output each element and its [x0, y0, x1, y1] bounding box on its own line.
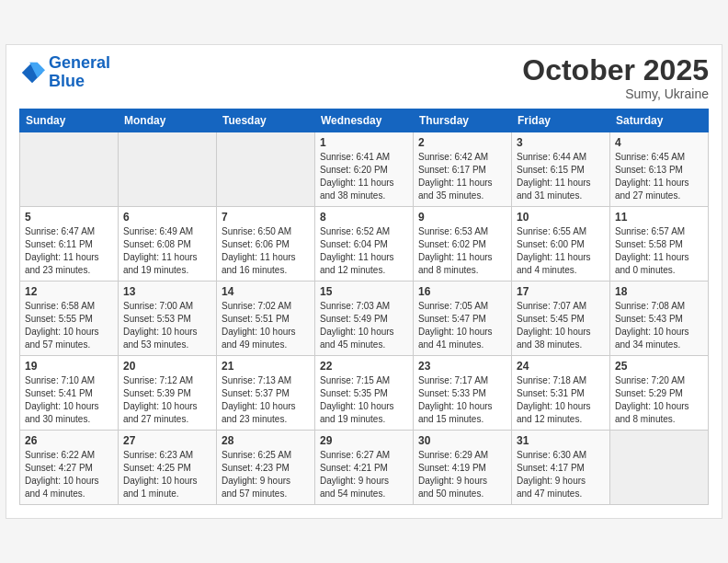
logo-text: General Blue [49, 54, 110, 91]
day-number: 7 [222, 211, 310, 224]
day-info: Sunrise: 7:08 AM Sunset: 5:43 PM Dayligh… [615, 300, 703, 351]
day-info: Sunrise: 7:13 AM Sunset: 5:37 PM Dayligh… [222, 374, 310, 426]
day-number: 21 [222, 360, 310, 373]
day-info: Sunrise: 6:49 AM Sunset: 6:08 PM Dayligh… [123, 225, 211, 277]
day-number: 20 [123, 360, 211, 373]
day-cell: 24Sunrise: 7:18 AM Sunset: 5:31 PM Dayli… [512, 356, 610, 431]
day-header-monday: Monday [119, 109, 217, 132]
day-cell: 12Sunrise: 6:58 AM Sunset: 5:55 PM Dayli… [20, 282, 119, 356]
week-row-4: 26Sunrise: 6:22 AM Sunset: 4:27 PM Dayli… [20, 431, 709, 505]
title-block: October 2025 Sumy, Ukraine [522, 54, 709, 101]
day-info: Sunrise: 6:50 AM Sunset: 6:06 PM Dayligh… [222, 225, 310, 277]
day-cell: 25Sunrise: 7:20 AM Sunset: 5:29 PM Dayli… [610, 356, 709, 431]
day-info: Sunrise: 7:05 AM Sunset: 5:47 PM Dayligh… [418, 300, 506, 351]
week-row-0: 1Sunrise: 6:41 AM Sunset: 6:20 PM Daylig… [20, 132, 709, 207]
calendar-grid: SundayMondayTuesdayWednesdayThursdayFrid… [19, 109, 709, 505]
logo-line2: Blue [49, 72, 85, 90]
day-number: 25 [615, 360, 703, 373]
day-header-saturday: Saturday [610, 109, 709, 132]
day-number: 8 [320, 211, 408, 224]
day-cell [217, 132, 315, 207]
day-number: 24 [517, 360, 605, 373]
day-cell: 1Sunrise: 6:41 AM Sunset: 6:20 PM Daylig… [315, 132, 414, 207]
day-cell: 8Sunrise: 6:52 AM Sunset: 6:04 PM Daylig… [315, 207, 414, 282]
day-cell [20, 132, 119, 207]
day-number: 15 [320, 285, 408, 298]
day-number: 2 [418, 136, 506, 149]
day-info: Sunrise: 7:07 AM Sunset: 5:45 PM Dayligh… [517, 300, 605, 351]
day-number: 14 [222, 285, 310, 298]
day-cell: 7Sunrise: 6:50 AM Sunset: 6:06 PM Daylig… [217, 207, 315, 282]
day-header-tuesday: Tuesday [217, 109, 315, 132]
day-cell: 22Sunrise: 7:15 AM Sunset: 5:35 PM Dayli… [315, 356, 414, 431]
day-cell: 31Sunrise: 6:30 AM Sunset: 4:17 PM Dayli… [512, 431, 610, 505]
day-info: Sunrise: 7:18 AM Sunset: 5:31 PM Dayligh… [517, 374, 605, 426]
day-cell: 28Sunrise: 6:25 AM Sunset: 4:23 PM Dayli… [217, 431, 315, 505]
day-info: Sunrise: 6:53 AM Sunset: 6:02 PM Dayligh… [418, 225, 506, 277]
day-info: Sunrise: 6:30 AM Sunset: 4:17 PM Dayligh… [517, 449, 605, 500]
day-cell: 9Sunrise: 6:53 AM Sunset: 6:02 PM Daylig… [414, 207, 512, 282]
header-row: SundayMondayTuesdayWednesdayThursdayFrid… [20, 109, 709, 132]
day-cell: 5Sunrise: 6:47 AM Sunset: 6:11 PM Daylig… [20, 207, 119, 282]
day-cell [610, 431, 709, 505]
day-cell: 30Sunrise: 6:29 AM Sunset: 4:19 PM Dayli… [414, 431, 512, 505]
day-number: 12 [25, 285, 113, 298]
day-number: 3 [517, 136, 605, 149]
day-number: 19 [25, 360, 113, 373]
day-info: Sunrise: 7:00 AM Sunset: 5:53 PM Dayligh… [123, 300, 211, 351]
day-cell: 14Sunrise: 7:02 AM Sunset: 5:51 PM Dayli… [217, 282, 315, 356]
day-cell: 6Sunrise: 6:49 AM Sunset: 6:08 PM Daylig… [119, 207, 217, 282]
location: Sumy, Ukraine [522, 86, 709, 101]
day-cell: 10Sunrise: 6:55 AM Sunset: 6:00 PM Dayli… [512, 207, 610, 282]
day-header-friday: Friday [512, 109, 610, 132]
day-cell: 16Sunrise: 7:05 AM Sunset: 5:47 PM Dayli… [414, 282, 512, 356]
day-number: 17 [517, 285, 605, 298]
day-info: Sunrise: 7:17 AM Sunset: 5:33 PM Dayligh… [418, 374, 506, 426]
day-cell: 13Sunrise: 7:00 AM Sunset: 5:53 PM Dayli… [119, 282, 217, 356]
day-info: Sunrise: 6:58 AM Sunset: 5:55 PM Dayligh… [25, 300, 113, 351]
day-header-thursday: Thursday [414, 109, 512, 132]
day-number: 5 [25, 211, 113, 224]
day-info: Sunrise: 6:29 AM Sunset: 4:19 PM Dayligh… [418, 449, 506, 500]
day-info: Sunrise: 7:15 AM Sunset: 5:35 PM Dayligh… [320, 374, 408, 426]
logo-line1: General [49, 53, 110, 72]
day-cell: 23Sunrise: 7:17 AM Sunset: 5:33 PM Dayli… [414, 356, 512, 431]
day-cell: 26Sunrise: 6:22 AM Sunset: 4:27 PM Dayli… [20, 431, 119, 505]
day-number: 4 [615, 136, 703, 149]
day-number: 27 [123, 434, 211, 447]
day-cell: 27Sunrise: 6:23 AM Sunset: 4:25 PM Dayli… [119, 431, 217, 505]
logo: General Blue [19, 54, 110, 91]
day-info: Sunrise: 6:45 AM Sunset: 6:13 PM Dayligh… [615, 151, 703, 202]
day-number: 22 [320, 360, 408, 373]
day-number: 26 [25, 434, 113, 447]
day-info: Sunrise: 6:57 AM Sunset: 5:58 PM Dayligh… [615, 225, 703, 277]
day-cell: 4Sunrise: 6:45 AM Sunset: 6:13 PM Daylig… [610, 132, 709, 207]
day-info: Sunrise: 6:23 AM Sunset: 4:25 PM Dayligh… [123, 449, 211, 500]
day-number: 31 [517, 434, 605, 447]
day-number: 13 [123, 285, 211, 298]
day-cell: 21Sunrise: 7:13 AM Sunset: 5:37 PM Dayli… [217, 356, 315, 431]
day-number: 18 [615, 285, 703, 298]
day-info: Sunrise: 6:44 AM Sunset: 6:15 PM Dayligh… [517, 151, 605, 202]
day-info: Sunrise: 6:52 AM Sunset: 6:04 PM Dayligh… [320, 225, 408, 277]
day-number: 1 [320, 136, 408, 149]
day-header-wednesday: Wednesday [315, 109, 414, 132]
day-info: Sunrise: 6:47 AM Sunset: 6:11 PM Dayligh… [25, 225, 113, 277]
day-info: Sunrise: 6:22 AM Sunset: 4:27 PM Dayligh… [25, 449, 113, 500]
day-number: 6 [123, 211, 211, 224]
day-info: Sunrise: 7:03 AM Sunset: 5:49 PM Dayligh… [320, 300, 408, 351]
day-info: Sunrise: 6:42 AM Sunset: 6:17 PM Dayligh… [418, 151, 506, 202]
day-cell: 2Sunrise: 6:42 AM Sunset: 6:17 PM Daylig… [414, 132, 512, 207]
day-number: 30 [418, 434, 506, 447]
day-info: Sunrise: 7:02 AM Sunset: 5:51 PM Dayligh… [222, 300, 310, 351]
day-number: 9 [418, 211, 506, 224]
week-row-3: 19Sunrise: 7:10 AM Sunset: 5:41 PM Dayli… [20, 356, 709, 431]
week-row-2: 12Sunrise: 6:58 AM Sunset: 5:55 PM Dayli… [20, 282, 709, 356]
day-header-sunday: Sunday [20, 109, 119, 132]
day-info: Sunrise: 7:20 AM Sunset: 5:29 PM Dayligh… [615, 374, 703, 426]
day-info: Sunrise: 7:12 AM Sunset: 5:39 PM Dayligh… [123, 374, 211, 426]
day-info: Sunrise: 7:10 AM Sunset: 5:41 PM Dayligh… [25, 374, 113, 426]
day-number: 29 [320, 434, 408, 447]
day-number: 16 [418, 285, 506, 298]
header: General Blue October 2025 Sumy, Ukraine [19, 54, 709, 101]
